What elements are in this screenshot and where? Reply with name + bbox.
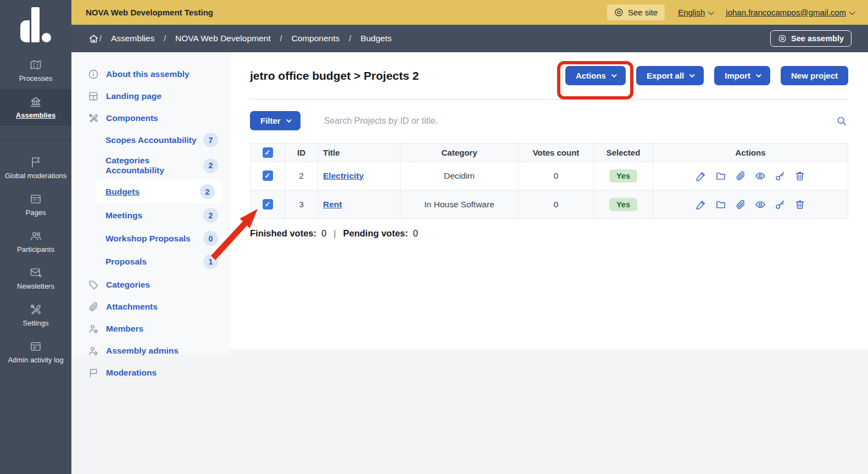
export-all-button[interactable]: Export all: [636, 66, 704, 85]
submenu-item-categories[interactable]: Categories: [71, 274, 230, 296]
filter-button[interactable]: Filter: [250, 111, 301, 130]
flag-icon: [29, 156, 42, 169]
topbar: NOVA Web Development Testing See site En…: [71, 0, 868, 25]
submenu-item-label: Assembly admins: [106, 346, 179, 356]
layout-grid-icon: [88, 91, 99, 102]
logo-shape-dot: [42, 33, 51, 42]
permissions-key-icon[interactable]: [775, 199, 786, 210]
edit-pencil-icon[interactable]: [695, 170, 706, 181]
search-button[interactable]: [835, 114, 848, 128]
row-actions: [653, 170, 848, 181]
pending-votes-value: 0: [413, 228, 418, 239]
paperclip-icon[interactable]: [735, 170, 746, 181]
preview-eye-icon[interactable]: [755, 170, 766, 181]
breadcrumb-separator: /: [99, 34, 102, 43]
component-item-proposals[interactable]: Proposals 1: [71, 251, 230, 272]
breadcrumb-item-budgets[interactable]: Budgets: [360, 34, 392, 43]
delete-trash-icon[interactable]: [794, 170, 805, 181]
submenu-item-landing-page[interactable]: Landing page: [71, 85, 230, 107]
tools-icon: [29, 303, 42, 316]
finished-votes-value: 0: [321, 228, 326, 239]
component-count-badge: 2: [203, 208, 218, 223]
column-header-actions: Actions: [653, 144, 848, 162]
breadcrumb-item-assembly[interactable]: NOVA Web Development: [175, 34, 270, 43]
component-item-scopes-accountability[interactable]: Scopes Accountability 7: [71, 129, 230, 151]
sidebar-item-global-moderations[interactable]: Global moderations: [0, 150, 71, 186]
component-label: Proposals: [105, 257, 147, 267]
paperclip-icon[interactable]: [735, 199, 746, 210]
select-all-checkbox[interactable]: [263, 147, 273, 158]
component-item-budgets[interactable]: Budgets 2: [96, 180, 222, 203]
see-assembly-label: See assembly: [791, 34, 844, 43]
breadcrumb-item-components[interactable]: Components: [291, 34, 340, 43]
submenu-item-label: Attachments: [106, 302, 158, 312]
submenu-item-label: About this assembly: [106, 69, 190, 79]
component-item-meetings[interactable]: Meetings 2: [71, 205, 230, 226]
component-label: Workshop Proposals: [105, 234, 191, 244]
sidebar-item-label: Admin activity log: [8, 356, 63, 365]
sidebar-item-assemblies[interactable]: Assemblies: [0, 89, 71, 126]
row-checkbox[interactable]: [263, 170, 273, 181]
delete-trash-icon[interactable]: [794, 199, 805, 210]
new-project-button[interactable]: New project: [781, 66, 848, 85]
projects-panel: jetro office budget > Projects 2 Actions…: [230, 52, 868, 349]
newsletter-mail-icon: [29, 266, 42, 279]
submenu-item-label: Moderations: [106, 368, 157, 378]
flag-icon: [88, 367, 99, 378]
search-input[interactable]: [324, 116, 835, 126]
home-icon[interactable]: [88, 33, 99, 45]
see-site-button[interactable]: See site: [607, 4, 665, 20]
project-votes-count: 0: [519, 162, 594, 190]
component-count-badge: 2: [203, 158, 218, 173]
sidebar-item-newsletters[interactable]: Newsletters: [0, 260, 71, 297]
edit-pencil-icon[interactable]: [695, 199, 706, 210]
actions-button[interactable]: Actions: [565, 66, 626, 85]
sidebar-item-settings[interactable]: Settings: [0, 297, 71, 334]
submenu-item-label: Members: [106, 324, 143, 334]
sidebar-item-label: Settings: [23, 319, 49, 328]
submenu-item-about[interactable]: About this assembly: [71, 63, 230, 85]
see-assembly-button[interactable]: See assembly: [770, 30, 852, 47]
info-icon: [88, 69, 99, 80]
submenu-item-moderations[interactable]: Moderations: [71, 362, 230, 384]
votes-summary: Finished votes: 0 | Pending votes: 0: [250, 228, 848, 239]
project-title-link[interactable]: Electricity: [323, 171, 364, 180]
paperclip-icon: [88, 301, 99, 312]
preview-eye-icon[interactable]: [755, 199, 766, 210]
admin-sidebar: Processes Assemblies Global moderations …: [0, 0, 71, 474]
component-item-workshop-proposals[interactable]: Workshop Proposals 0: [71, 228, 230, 249]
breadcrumb-item-assemblies[interactable]: Assemblies: [111, 34, 154, 43]
user-menu[interactable]: johan.francocampos@gmail.com: [726, 8, 854, 17]
language-label: English: [678, 8, 705, 17]
pending-votes-label: Pending votes:: [343, 228, 408, 239]
sidebar-item-pages[interactable]: Pages: [0, 186, 71, 223]
column-header-title: Title: [318, 144, 400, 162]
import-button[interactable]: Import: [714, 66, 770, 85]
sidebar-item-admin-activity-log[interactable]: Admin activity log: [0, 334, 71, 371]
sidebar-item-processes[interactable]: Processes: [0, 52, 71, 89]
submenu-item-attachments[interactable]: Attachments: [71, 296, 230, 318]
project-title-link[interactable]: Rent: [323, 200, 342, 209]
person-gear-icon: [88, 345, 99, 356]
submenu-item-assembly-admins[interactable]: Assembly admins: [71, 340, 230, 362]
project-votes-count: 0: [519, 190, 594, 219]
tools-icon: [88, 113, 99, 124]
filter-label: Filter: [260, 116, 281, 125]
row-actions: [653, 199, 848, 210]
language-selector[interactable]: English: [678, 8, 713, 17]
actions-label: Actions: [576, 71, 606, 80]
component-item-categories-accountability[interactable]: Categories Accountability 2: [71, 152, 230, 179]
submenu-item-members[interactable]: Members: [71, 318, 230, 340]
panel-header: jetro office budget > Projects 2 Actions…: [250, 52, 848, 100]
folder-icon[interactable]: [715, 170, 726, 181]
sidebar-item-label: Newsletters: [17, 283, 54, 291]
activity-log-icon: [29, 340, 42, 353]
row-checkbox[interactable]: [263, 199, 273, 210]
submenu-item-components[interactable]: Components: [71, 107, 230, 129]
component-count-badge: 0: [203, 231, 218, 246]
permissions-key-icon[interactable]: [775, 170, 786, 181]
chevron-down-icon: [611, 72, 617, 78]
eye-icon: [614, 8, 624, 17]
sidebar-item-participants[interactable]: Participants: [0, 223, 71, 260]
folder-icon[interactable]: [715, 199, 726, 210]
